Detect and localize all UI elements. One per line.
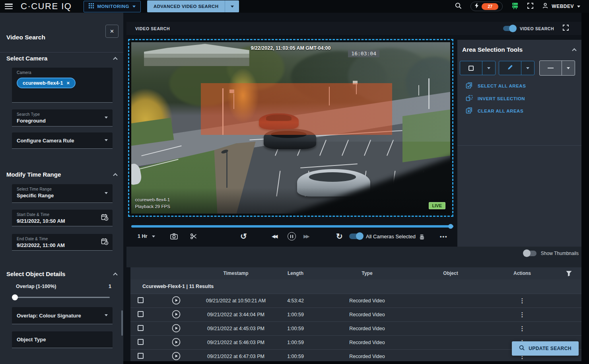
rewind-icon[interactable]: ◀◀ — [272, 234, 276, 239]
more-options-icon[interactable]: ••• — [440, 234, 448, 239]
slider-thumb[interactable] — [12, 294, 18, 300]
snapshot-button[interactable] — [170, 233, 178, 239]
camera-chip[interactable]: ccureweb-flex4-1 × — [17, 78, 76, 88]
column-object[interactable]: Object — [413, 271, 488, 276]
section-select-camera[interactable]: Select Camera — [6, 55, 117, 62]
scene-shape — [226, 152, 228, 188]
fast-forward-icon[interactable]: ▶▶ — [303, 234, 308, 239]
monitoring-button[interactable]: MONITORING — [84, 1, 141, 12]
table-row[interactable]: 09/21/2022 at 4:45:03 PM 1:00:59 Recorde… — [130, 321, 581, 335]
section-select-object-details[interactable]: Select Object Details — [6, 271, 117, 277]
configure-camera-rule-dropdown[interactable]: Configure Camera Rule — [12, 132, 113, 149]
rectangle-icon — [468, 66, 474, 71]
clip-scissors-button[interactable] — [190, 233, 197, 240]
close-panel-button[interactable]: × — [105, 25, 119, 38]
pause-button[interactable] — [288, 232, 296, 241]
expand-icon[interactable] — [563, 25, 569, 32]
playback-controls: 1 Hr ↺ ◀◀ ▶▶ ↻ All Cameras Selected ••• — [131, 230, 453, 243]
row-checkbox[interactable] — [138, 325, 144, 331]
page-scroll-gutter[interactable] — [581, 13, 589, 364]
column-timestamp[interactable]: Timestamp — [202, 271, 270, 276]
ptz-camera-icon[interactable] — [418, 233, 426, 240]
all-cameras-toggle[interactable] — [349, 234, 363, 239]
play-button[interactable] — [172, 296, 181, 305]
duration-dropdown[interactable]: 1 Hr — [138, 234, 155, 239]
overlap-type-dropdown[interactable]: Overlap: Colour Signature — [12, 307, 113, 324]
row-checkbox[interactable] — [138, 353, 144, 359]
panel-title: Video Search — [6, 34, 45, 41]
video-player[interactable]: 9/22/2022, 11:03:05 AM GMT-04:00 16:03:0… — [128, 39, 453, 217]
row-more-icon[interactable]: ⋮ — [519, 297, 525, 304]
time-range-dropdown[interactable]: Select Time Range Specific Range — [12, 184, 113, 203]
chevron-down-icon — [105, 192, 108, 194]
timeline-track[interactable] — [131, 225, 453, 228]
rectangle-tool-button[interactable] — [460, 61, 496, 75]
calendar-icon[interactable] — [101, 213, 109, 222]
row-more-icon[interactable]: ⋮ — [519, 311, 525, 318]
row-checkbox[interactable] — [138, 339, 144, 345]
area-tools-heading-row[interactable]: Area Selection Tools — [462, 46, 576, 53]
chevron-down-icon — [105, 117, 108, 119]
timeline-thumb[interactable] — [448, 224, 453, 229]
redo-icon[interactable]: ↻ — [336, 232, 343, 241]
user-menu[interactable]: WEBDEV — [542, 2, 580, 10]
chevron-down-icon — [577, 6, 580, 8]
fullscreen-icon[interactable] — [527, 3, 533, 10]
play-button[interactable] — [172, 310, 181, 319]
overlap-slider[interactable] — [12, 294, 110, 300]
remove-camera-icon[interactable]: × — [66, 80, 70, 86]
show-thumbnails-toggle[interactable] — [524, 251, 537, 256]
start-datetime-label: Start Date & Time — [17, 212, 108, 217]
row-length: 1:00:59 — [270, 312, 321, 317]
clear-all-areas-icon — [465, 107, 473, 115]
sidebar-scrollbar[interactable] — [121, 310, 123, 336]
search-icon[interactable] — [455, 2, 462, 11]
table-row[interactable]: 09/21/2022 at 10:50:21 AM 4:53:42 Record… — [130, 294, 581, 308]
search-type-dropdown[interactable]: Search Type Foreground — [12, 109, 113, 127]
update-search-button[interactable]: UPDATE SEARCH — [512, 341, 579, 356]
clear-all-areas-link[interactable]: CLEAR ALL AREAS — [465, 107, 523, 115]
column-actions[interactable]: Actions — [488, 271, 556, 276]
play-button[interactable] — [172, 324, 181, 333]
row-timestamp: 09/21/2022 at 4:45:03 PM — [202, 326, 270, 331]
ccure-iq-app: C·CURE IQ MONITORING ADVANCED VIDEO SEAR… — [0, 0, 589, 364]
alerts-button[interactable]: 27 — [470, 2, 503, 11]
advanced-video-search-dropdown[interactable] — [225, 0, 239, 12]
camera-field[interactable]: Camera ccureweb-flex4-1 × — [12, 68, 113, 103]
start-datetime-field[interactable]: Start Date & Time 9/21/2022, 10:50 AM — [12, 210, 113, 226]
undo-icon[interactable]: ↺ — [240, 232, 247, 241]
column-type[interactable]: Type — [321, 271, 413, 276]
object-type-field[interactable]: Object Type — [12, 331, 113, 348]
column-length[interactable]: Length — [270, 271, 321, 276]
rectangle-tool-dropdown[interactable] — [482, 61, 495, 75]
invert-selection-link[interactable]: INVERT SELECTION — [465, 94, 525, 103]
play-button[interactable] — [172, 352, 181, 360]
playback-fps: Playback 29 FPS — [135, 203, 170, 210]
server-status-icon[interactable] — [511, 2, 519, 11]
slider-track[interactable] — [12, 297, 110, 298]
line-tool-button[interactable] — [539, 60, 575, 76]
section-modify-time-range[interactable]: Modify Time Range — [6, 171, 117, 178]
draw-tool-button[interactable] — [499, 61, 535, 75]
draw-tool-dropdown[interactable] — [521, 61, 534, 75]
row-checkbox[interactable] — [138, 311, 144, 317]
select-all-areas-link[interactable]: SELECT ALL AREAS — [465, 82, 526, 90]
play-button[interactable] — [172, 338, 181, 346]
video-search-toggle[interactable] — [503, 26, 516, 31]
header-right-group: VIDEO SEARCH — [503, 25, 569, 32]
advanced-video-search-button[interactable]: ADVANCED VIDEO SEARCH — [147, 0, 225, 12]
video-timeline[interactable] — [131, 224, 453, 229]
end-datetime-label: End Date & Time — [17, 237, 108, 241]
divider — [457, 145, 581, 146]
table-row[interactable]: 09/21/2022 at 3:44:04 PM 1:00:59 Recorde… — [130, 308, 581, 321]
topbar-right-group: 27 WEBDEV — [455, 2, 580, 11]
area-selection-overlay[interactable] — [201, 83, 392, 134]
end-datetime-field[interactable]: End Date & Time 9/22/2022, 11:00 AM — [12, 234, 113, 251]
filter-icon[interactable] — [556, 271, 581, 276]
calendar-icon[interactable] — [101, 237, 109, 247]
hamburger-menu-icon[interactable] — [5, 4, 13, 9]
row-checkbox[interactable] — [138, 297, 144, 303]
divider — [0, 52, 123, 53]
row-more-icon[interactable]: ⋮ — [519, 325, 525, 332]
line-tool-dropdown[interactable] — [562, 61, 575, 75]
